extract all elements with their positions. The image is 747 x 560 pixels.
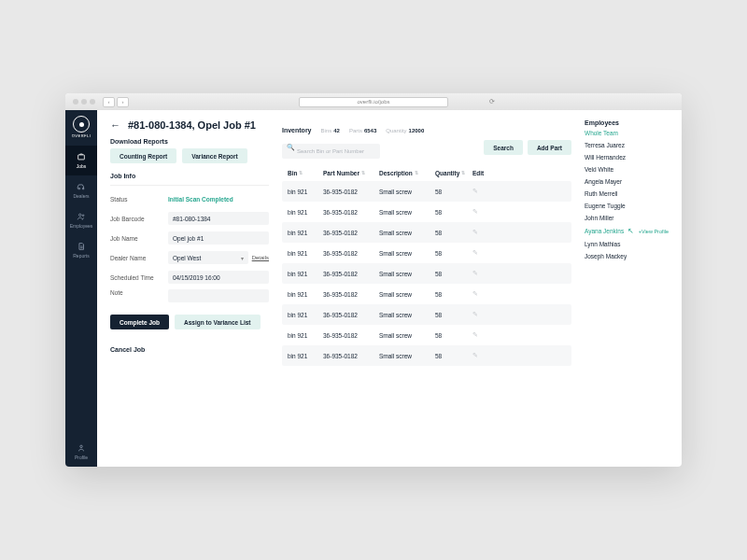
cell-bin: bin 921 — [288, 189, 323, 195]
table-row[interactable]: bin 92136-935-0182Small screw58✎ — [282, 345, 571, 366]
employee-name: Joseph Mackey — [585, 253, 627, 259]
col-part[interactable]: Part Number⇅ — [323, 170, 379, 176]
edit-icon[interactable]: ✎ — [472, 331, 491, 339]
employee-item[interactable]: Angela Mayer — [585, 178, 669, 185]
browser-chrome: ‹ › overfli.io/jobs ⟳ — [65, 93, 682, 110]
barcode-label: Job Barcode — [110, 216, 168, 222]
search-button[interactable]: Search — [484, 140, 523, 155]
employee-item[interactable]: Will Hernandez — [585, 154, 669, 161]
employee-item[interactable]: Veld White — [585, 166, 669, 173]
sort-icon: ⇅ — [299, 170, 303, 175]
browser-back-button[interactable]: ‹ — [103, 97, 115, 107]
sidebar-label: Dealers — [73, 193, 89, 199]
edit-icon[interactable]: ✎ — [472, 352, 491, 359]
edit-icon[interactable]: ✎ — [472, 208, 491, 216]
cell-qty: 58 — [435, 189, 472, 195]
employee-item[interactable]: Joseph Mackey — [585, 253, 669, 259]
sidebar-item-employees[interactable]: Employees — [65, 205, 97, 235]
sidebar-label: Reports — [73, 253, 90, 259]
min-dot[interactable] — [81, 99, 87, 105]
sort-icon: ⇅ — [461, 170, 465, 175]
cell-qty: 58 — [435, 230, 472, 236]
employee-name: Lynn Mathias — [585, 241, 620, 247]
svg-point-3 — [79, 214, 82, 217]
table-row[interactable]: bin 92136-935-0182Small screw58✎ — [282, 263, 571, 284]
cell-part: 36-935-0182 — [323, 332, 379, 339]
view-profile-link[interactable]: +View Profile — [639, 229, 669, 234]
employee-item[interactable]: Ruth Merrell — [585, 190, 669, 197]
complete-job-button[interactable]: Complete Job — [110, 315, 169, 329]
edit-icon[interactable]: ✎ — [472, 290, 491, 298]
edit-icon[interactable]: ✎ — [472, 188, 491, 195]
edit-icon[interactable]: ✎ — [472, 311, 491, 318]
search-input[interactable] — [282, 144, 380, 159]
close-dot[interactable] — [73, 99, 78, 105]
brand-label: OVERFLI — [72, 133, 92, 138]
parts-value: 6543 — [364, 128, 376, 133]
dealer-details-link[interactable]: Details — [252, 255, 269, 260]
employee-item[interactable]: Eugene Tuggle — [585, 203, 669, 209]
back-arrow-icon[interactable]: ← — [110, 119, 120, 131]
employee-name: Ruth Merrell — [585, 190, 617, 197]
table-row[interactable]: bin 92136-935-0182Small screw58✎ — [282, 325, 571, 345]
cell-part: 36-935-0182 — [323, 209, 379, 216]
edit-icon[interactable]: ✎ — [472, 270, 491, 277]
max-dot[interactable] — [90, 99, 95, 105]
variance-report-button[interactable]: Variance Report — [182, 148, 247, 163]
jobname-label: Job Name — [110, 235, 168, 242]
whole-team-link[interactable]: Whole Team — [585, 130, 669, 136]
jobname-field[interactable]: Opel job #1 — [168, 231, 269, 245]
assign-variance-button[interactable]: Assign to Variance List — [175, 315, 261, 329]
col-bin[interactable]: Bin⇅ — [288, 170, 323, 176]
employee-item[interactable]: Terresa Juarez — [585, 142, 669, 148]
browser-forward-button[interactable]: › — [117, 97, 129, 107]
cell-qty: 58 — [435, 250, 472, 257]
cancel-job-link[interactable]: Cancel Job — [110, 346, 269, 353]
cell-part: 36-935-0182 — [323, 271, 379, 277]
table-row[interactable]: bin 92136-935-0182Small screw58✎ — [282, 202, 571, 222]
counting-report-button[interactable]: Counting Report — [110, 148, 176, 163]
search-icon: 🔍 — [287, 144, 295, 151]
sidebar-item-reports[interactable]: Reports — [65, 235, 97, 265]
scheduled-field[interactable]: 04/15/2019 16:00 — [168, 271, 269, 284]
dealer-select[interactable]: Opel West▾ — [168, 251, 248, 264]
table-row[interactable]: bin 92136-935-0182Small screw58✎ — [282, 181, 571, 202]
table-row[interactable]: bin 92136-935-0182Small screw58✎ — [282, 243, 571, 263]
table-row[interactable]: bin 92136-935-0182Small screw58✎ — [282, 222, 571, 243]
note-label: Note — [110, 289, 168, 296]
employees-icon — [77, 212, 86, 221]
edit-icon[interactable]: ✎ — [472, 249, 491, 257]
table-row[interactable]: bin 92136-935-0182Small screw58✎ — [282, 304, 571, 325]
employee-item[interactable]: Ayana Jenkins↖+View Profile — [585, 227, 669, 235]
cell-part: 36-935-0182 — [323, 353, 379, 359]
sort-icon: ⇅ — [415, 170, 418, 175]
status-label: Status — [110, 196, 168, 203]
table-row[interactable]: bin 92136-935-0182Small screw58✎ — [282, 284, 571, 304]
note-textarea[interactable] — [168, 289, 269, 302]
reload-icon[interactable]: ⟳ — [489, 98, 495, 105]
sidebar-item-dealers[interactable]: Dealers — [65, 175, 97, 205]
col-desc[interactable]: Description⇅ — [379, 170, 435, 176]
cell-bin: bin 921 — [288, 209, 323, 216]
brand-logo[interactable] — [73, 116, 90, 133]
window-controls — [73, 99, 95, 105]
sidebar-item-jobs[interactable]: Jobs — [65, 146, 97, 175]
bins-label: Bins — [321, 128, 332, 133]
cell-part: 36-935-0182 — [323, 189, 379, 195]
add-part-button[interactable]: Add Part — [528, 140, 571, 155]
col-qty[interactable]: Quantity⇅ — [435, 170, 472, 176]
cell-qty: 58 — [435, 291, 472, 298]
cell-desc: Small screw — [379, 189, 435, 195]
svg-point-5 — [80, 445, 83, 448]
cell-bin: bin 921 — [288, 312, 323, 318]
employee-item[interactable]: Lynn Mathias — [585, 241, 669, 247]
employee-item[interactable]: John Miller — [585, 215, 669, 221]
url-bar[interactable]: overfli.io/jobs — [299, 97, 448, 107]
edit-icon[interactable]: ✎ — [472, 229, 491, 236]
cell-part: 36-935-0182 — [323, 230, 379, 236]
employees-title: Employees — [585, 119, 669, 126]
cell-part: 36-935-0182 — [323, 291, 379, 298]
sidebar-item-profile[interactable]: Profile — [65, 437, 97, 467]
sidebar-label: Profile — [75, 455, 88, 460]
barcode-field[interactable]: #81-080-1384 — [168, 212, 269, 225]
